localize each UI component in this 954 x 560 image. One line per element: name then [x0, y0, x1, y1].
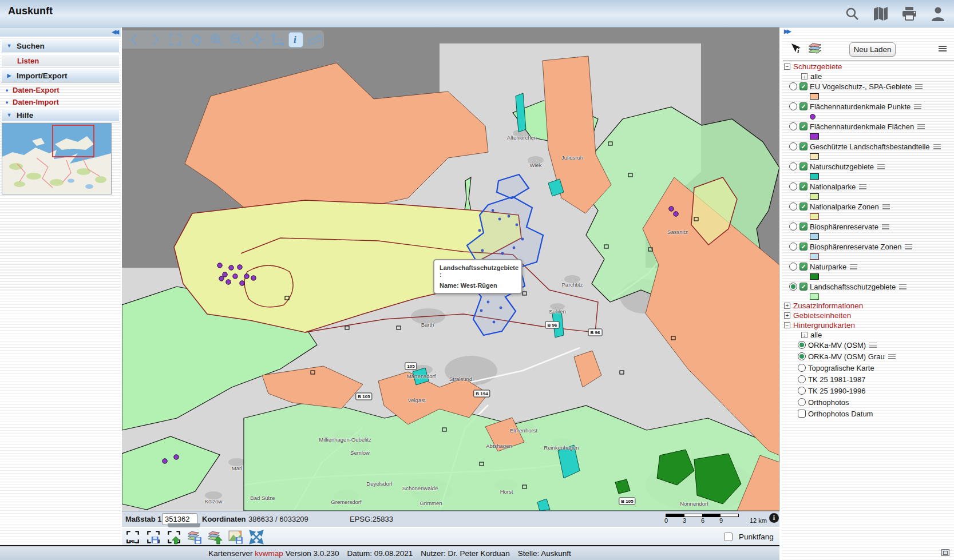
layer-menu-icon[interactable]	[899, 284, 907, 289]
background-radio[interactable]	[798, 352, 806, 360]
overview-map[interactable]	[2, 123, 112, 194]
layer-label[interactable]: Biosphärenreservate	[810, 223, 878, 231]
kvwmap-link[interactable]: kvwmap	[255, 549, 283, 558]
layer-radio[interactable]	[789, 202, 797, 211]
layer-menu-icon[interactable]	[859, 184, 866, 189]
background-layer-label[interactable]: Orthophotos Datum	[808, 410, 873, 418]
layer-menu-icon[interactable]	[877, 164, 885, 169]
layers-icon[interactable]	[805, 41, 824, 57]
layer-radio[interactable]	[789, 82, 797, 90]
background-radio[interactable]	[798, 364, 806, 372]
punktfang-checkbox[interactable]	[724, 533, 733, 541]
bottom-panel-handle[interactable]	[168, 523, 200, 527]
collapse-group-icon[interactable]: −	[784, 322, 790, 328]
layer-checkbox[interactable]: ✓	[799, 223, 807, 231]
save-layers-button[interactable]	[187, 530, 202, 545]
background-radio[interactable]	[798, 341, 806, 349]
background-layer-label[interactable]: Topografische Karte	[808, 364, 874, 372]
layer-menu-icon[interactable]	[850, 264, 857, 269]
background-radio[interactable]	[798, 398, 806, 406]
layer-checkbox[interactable]: ✓	[799, 82, 807, 90]
background-layer-label[interactable]: TK 25 1990-1996	[808, 387, 865, 395]
background-layer-label[interactable]: ORKa-MV (OSM) Grau	[808, 352, 885, 361]
feature-info-cursor-icon[interactable]: i	[786, 41, 805, 57]
search-icon[interactable]	[844, 6, 860, 22]
layer-menu-icon[interactable]	[882, 224, 889, 229]
background-radio[interactable]	[798, 387, 806, 395]
layer-menu-icon[interactable]	[933, 144, 941, 149]
layer-checkbox[interactable]: ✓	[799, 283, 807, 291]
layer-checkbox[interactable]: ✓	[799, 142, 807, 150]
layer-menu-icon[interactable]	[917, 124, 925, 129]
collapse-group-icon[interactable]: −	[784, 63, 790, 70]
panel-menu-icon[interactable]	[939, 46, 947, 51]
layer-menu-icon[interactable]	[888, 354, 896, 359]
map-info-icon[interactable]: i	[769, 513, 779, 523]
layer-radio[interactable]	[789, 182, 797, 190]
layer-checkbox[interactable]: ✓	[799, 243, 807, 251]
print-icon[interactable]	[901, 6, 917, 22]
layer-radio[interactable]	[789, 243, 797, 251]
measure-tool[interactable]	[306, 31, 324, 47]
select-all-icon[interactable]: ↓	[801, 332, 807, 338]
history-back-tool[interactable]	[125, 31, 144, 47]
map-viewport[interactable]: AltenkirchenWiekJuliusruhSassnitzParchti…	[122, 27, 779, 511]
layer-menu-icon[interactable]	[915, 84, 923, 89]
layer-radio[interactable]	[789, 283, 797, 291]
coordinates-xy-tool[interactable]: x,y	[268, 31, 287, 47]
layer-label[interactable]: Naturparke	[810, 263, 846, 271]
sidebar-item-listen[interactable]: Listen	[1, 54, 120, 67]
layer-checkbox[interactable]: ✓	[799, 122, 807, 130]
layer-label[interactable]: Landschaftsschutzgebiete	[810, 283, 896, 291]
feature-info-tool[interactable]: i	[288, 32, 303, 47]
layer-radio[interactable]	[789, 142, 797, 150]
sidebar-item-daten-export[interactable]: •Daten-Export	[1, 84, 120, 96]
expand-group-icon[interactable]: +	[784, 303, 790, 309]
layer-radio[interactable]	[789, 263, 797, 271]
background-layer-label[interactable]: Orthophotos	[808, 398, 849, 407]
sidebar-section-importexport[interactable]: ▶Import/Export	[1, 69, 120, 82]
zoom-in-tool[interactable]	[207, 31, 225, 47]
background-radio[interactable]	[798, 375, 806, 383]
layer-menu-icon[interactable]	[914, 104, 921, 109]
zoom-out-tool[interactable]	[227, 31, 246, 47]
sidebar-section-suchen[interactable]: ▼Suchen	[1, 39, 120, 53]
layer-label[interactable]: Biosphärenreservate Zonen	[810, 243, 901, 251]
reload-layers-button[interactable]: Neu Laden	[849, 42, 896, 57]
zoom-full-extent-tool[interactable]	[166, 31, 184, 47]
layer-menu-icon[interactable]	[905, 244, 912, 249]
pan-tool[interactable]	[187, 31, 205, 47]
recenter-tool[interactable]	[248, 31, 266, 47]
load-layers-button[interactable]	[208, 530, 223, 545]
layer-checkbox[interactable]: ✓	[799, 263, 807, 271]
layer-label[interactable]: Naturschutzgebiete	[810, 162, 874, 171]
maps-icon[interactable]	[873, 6, 889, 22]
layer-menu-icon[interactable]	[882, 204, 890, 209]
layer-checkbox[interactable]: ✓	[799, 102, 807, 110]
layer-menu-icon[interactable]	[869, 343, 877, 348]
user-icon[interactable]	[930, 6, 946, 22]
save-extent-button[interactable]	[146, 530, 161, 545]
layer-radio[interactable]	[789, 223, 797, 231]
background-layer-label[interactable]: ORKa-MV (OSM)	[808, 341, 866, 349]
layer-radio[interactable]	[789, 102, 797, 110]
layer-label[interactable]: Nationalparke	[810, 182, 856, 191]
collapse-sidebar-icon[interactable]: ◀◀	[0, 27, 121, 37]
expand-panel-icon[interactable]: ▶▶	[784, 28, 789, 34]
export-image-button[interactable]	[228, 530, 243, 545]
zoom-extent-button[interactable]	[249, 530, 264, 545]
sidebar-item-daten-import[interactable]: •Daten-Import	[1, 96, 120, 108]
docked-panel-icon[interactable]	[941, 549, 949, 556]
layer-checkbox[interactable]: ✓	[799, 182, 807, 190]
layer-label[interactable]: EU Vogelschutz-, SPA-Gebiete	[810, 82, 912, 91]
share-url-button[interactable]: URL	[125, 530, 140, 545]
layer-label[interactable]: Geschützte Landschaftsbestandteile	[810, 142, 930, 151]
sidebar-section-hilfe[interactable]: ▼Hilfe	[1, 108, 120, 122]
layer-checkbox[interactable]: ✓	[799, 202, 807, 211]
background-layer-label[interactable]: TK 25 1981-1987	[808, 375, 865, 384]
layer-checkbox[interactable]: ✓	[799, 162, 807, 170]
layer-radio[interactable]	[789, 162, 797, 170]
layer-label[interactable]: Flächennaturdenkmale Flächen	[810, 122, 914, 131]
select-all-icon[interactable]: ↓	[801, 73, 807, 80]
expand-group-icon[interactable]: +	[784, 312, 790, 319]
